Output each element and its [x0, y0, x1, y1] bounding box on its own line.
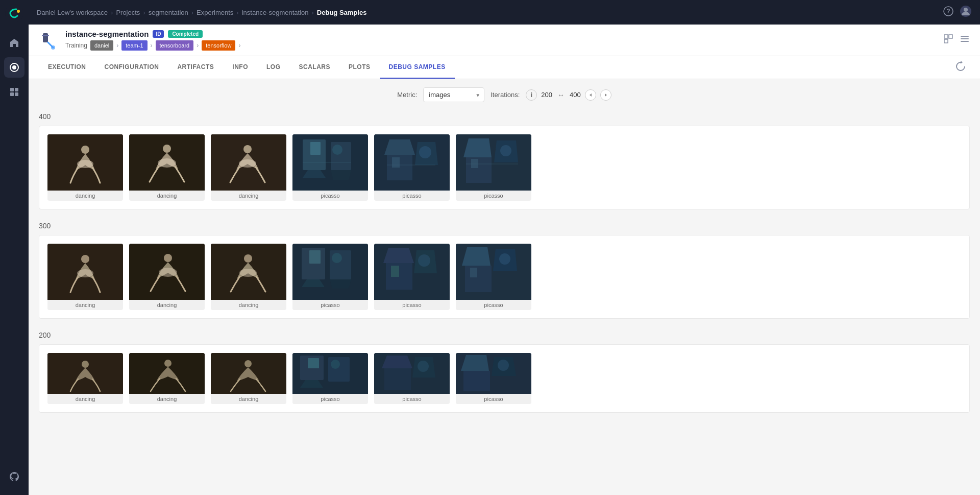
sidebar-item-datasets[interactable]: [4, 82, 24, 102]
image-card-dancing-8[interactable]: dancing: [129, 353, 205, 404]
image-card-dancing-7[interactable]: dancing: [47, 353, 123, 404]
topnav-sep-2: ›: [143, 9, 145, 16]
tab-plots[interactable]: PLOTS: [339, 56, 380, 79]
topnav-workspace[interactable]: Daniel Lew's workspace: [37, 9, 108, 16]
image-card-picasso-3[interactable]: picasso: [456, 134, 531, 201]
image-card-picasso-9[interactable]: picasso: [456, 353, 531, 404]
image-card-picasso-2[interactable]: picasso: [374, 134, 450, 201]
tab-scalars[interactable]: SCALARS: [289, 56, 339, 79]
section-400: 400: [39, 112, 970, 209]
image-card-dancing-5[interactable]: dancing: [129, 244, 205, 310]
tag-tensorflow[interactable]: tensorflow: [202, 40, 235, 51]
svg-rect-6: [10, 92, 14, 96]
svg-marker-35: [331, 170, 351, 180]
image-card-picasso-4[interactable]: picasso: [292, 244, 368, 310]
svg-point-26: [158, 158, 176, 168]
tag-daniel[interactable]: daniel: [90, 40, 113, 51]
svg-rect-20: [961, 41, 969, 42]
svg-rect-12: [43, 33, 48, 42]
image-card-picasso-5[interactable]: picasso: [374, 244, 450, 310]
sidebar-item-github[interactable]: [4, 466, 24, 487]
tab-execution[interactable]: EXECUTION: [39, 56, 95, 79]
svg-rect-17: [944, 39, 948, 43]
svg-rect-90: [328, 357, 350, 382]
topnav-instance-seg[interactable]: instance-segmentation: [242, 9, 309, 16]
svg-point-1: [17, 10, 20, 13]
tab-configuration[interactable]: CONFIGURATION: [95, 56, 168, 79]
main-area: Daniel Lew's workspace › Projects › segm…: [29, 0, 980, 495]
topnav-sep-5: ›: [312, 9, 314, 16]
topnav-actions: ?: [943, 5, 972, 20]
svg-rect-76: [465, 266, 492, 292]
topnav-current: Debug Samples: [317, 9, 367, 16]
experiment-header: instance-segmentation ID Completed Train…: [29, 25, 980, 56]
svg-marker-39: [384, 139, 415, 155]
image-card-dancing-2[interactable]: dancing: [129, 134, 205, 201]
image-grid-400: dancing: [39, 126, 970, 209]
image-grid-200: dancing dancing: [39, 344, 970, 413]
image-card-dancing-4[interactable]: dancing: [47, 244, 123, 310]
experiment-name: instance-segmentation: [65, 30, 149, 38]
svg-rect-44: [392, 157, 400, 168]
topnav-segmentation[interactable]: segmentation: [149, 9, 188, 16]
svg-point-22: [81, 146, 89, 154]
svg-point-91: [331, 360, 340, 369]
refresh-icon[interactable]: [951, 57, 970, 78]
svg-point-42: [419, 146, 431, 158]
tag-team1[interactable]: team-1: [121, 40, 147, 51]
help-icon[interactable]: ?: [943, 6, 953, 19]
iter-info-icon[interactable]: i: [526, 89, 537, 101]
iter-prev-button[interactable]: [585, 89, 596, 101]
svg-point-3: [12, 65, 16, 69]
iter-end-value: 400: [570, 91, 581, 99]
svg-point-25: [163, 145, 171, 153]
metric-select[interactable]: images masks predictions: [423, 87, 484, 102]
sidebar-item-experiments[interactable]: [4, 57, 24, 78]
tab-log[interactable]: LOG: [257, 56, 290, 79]
exp-tags-row: Training daniel › team-1 › tensorboard ›…: [65, 40, 240, 51]
image-card-dancing-1[interactable]: dancing: [47, 134, 123, 201]
more-options-icon[interactable]: [960, 34, 970, 46]
content-area: Metric: images masks predictions Iterati…: [29, 79, 980, 495]
image-caption-15: dancing: [236, 394, 262, 404]
tab-info[interactable]: INFO: [223, 56, 257, 79]
tab-debug-samples[interactable]: DEBUG SAMPLES: [380, 56, 455, 79]
exp-header-actions: [943, 34, 970, 46]
iter-next-button[interactable]: [600, 89, 611, 101]
filter-bar: Metric: images masks predictions Iterati…: [39, 87, 970, 102]
image-card-dancing-6[interactable]: dancing: [211, 244, 286, 310]
image-caption-18: picasso: [481, 394, 506, 404]
image-card-picasso-7[interactable]: picasso: [292, 353, 368, 404]
svg-rect-88: [308, 358, 319, 368]
svg-point-67: [332, 253, 342, 263]
exp-title-row: instance-segmentation ID Completed: [65, 30, 240, 38]
iter-start-value: 200: [541, 91, 552, 99]
svg-point-54: [77, 269, 93, 277]
image-caption-7: dancing: [72, 300, 99, 310]
section-300: 300 dancin: [39, 222, 970, 319]
image-card-dancing-3[interactable]: dancing: [211, 134, 286, 201]
user-avatar[interactable]: [960, 5, 972, 20]
sidebar-item-home[interactable]: [4, 33, 24, 53]
tag-tensorboard[interactable]: tensorboard: [156, 40, 194, 51]
section-200-label: 200: [39, 331, 970, 339]
svg-rect-79: [470, 268, 477, 277]
topnav-projects[interactable]: Projects: [116, 9, 140, 16]
image-caption-10: picasso: [317, 300, 342, 310]
svg-marker-93: [382, 356, 412, 368]
image-caption-1: dancing: [72, 191, 99, 201]
image-caption-11: picasso: [399, 300, 424, 310]
app-logo[interactable]: [5, 4, 23, 22]
svg-rect-32: [310, 142, 321, 155]
svg-marker-66: [330, 279, 351, 289]
image-card-dancing-9[interactable]: dancing: [211, 353, 286, 404]
svg-rect-99: [463, 371, 490, 391]
image-card-picasso-8[interactable]: picasso: [374, 353, 450, 404]
image-card-picasso-6[interactable]: picasso: [456, 244, 531, 310]
image-card-picasso-1[interactable]: picasso: [292, 134, 368, 201]
svg-rect-94: [384, 368, 411, 390]
tab-artifacts[interactable]: ARTIFACTS: [168, 56, 223, 79]
topnav-experiments[interactable]: Experiments: [197, 9, 233, 16]
metric-label: Metric:: [397, 91, 417, 99]
expand-icon[interactable]: [943, 34, 953, 46]
